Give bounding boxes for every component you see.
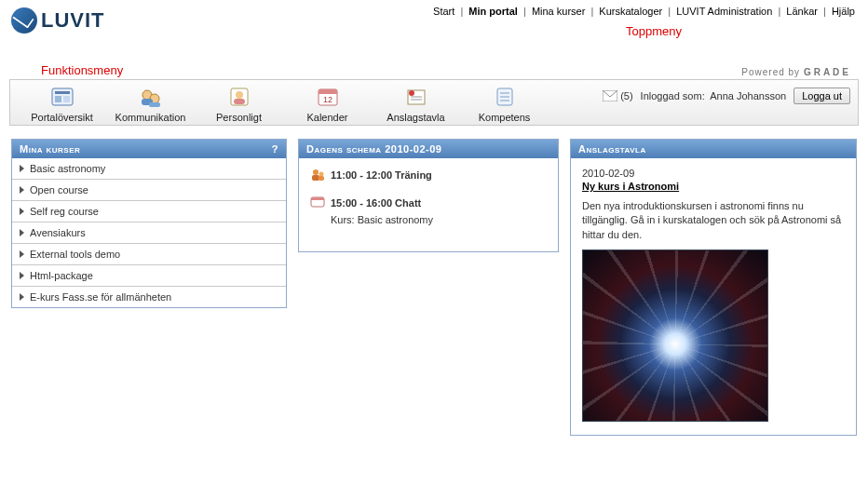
message-count: (5): [620, 90, 632, 101]
personal-icon: [226, 86, 252, 108]
func-communication[interactable]: Kommunikation: [106, 84, 195, 123]
nav-min-portal[interactable]: Min portal: [467, 6, 520, 17]
overview-icon: [49, 86, 75, 108]
logo[interactable]: LUVIT: [11, 7, 105, 34]
nav-kurskataloger[interactable]: Kurskataloger: [597, 6, 664, 17]
message-indicator[interactable]: (5): [603, 90, 632, 101]
func-board[interactable]: Anslagstavla: [372, 84, 460, 123]
bulletin-image: [582, 250, 768, 422]
func-competence[interactable]: Kompetens: [460, 84, 549, 123]
nav-start[interactable]: Start: [431, 6, 456, 17]
course-label: Avensiakurs: [30, 227, 86, 238]
logout-button[interactable]: Logga ut: [793, 88, 850, 104]
func-label: Portalöversikt: [31, 112, 93, 123]
course-label: Html-package: [30, 270, 93, 281]
chevron-right-icon: [20, 208, 24, 215]
svg-rect-1: [55, 91, 70, 94]
func-overview[interactable]: Portalöversikt: [18, 84, 106, 123]
nav-sep: |: [668, 6, 671, 17]
nav-sep: |: [523, 6, 526, 17]
course-item[interactable]: Avensiakurs: [12, 222, 286, 243]
course-item[interactable]: Html-package: [12, 264, 286, 286]
nav-lankar[interactable]: Länkar: [784, 6, 820, 17]
nav-sep: |: [823, 6, 826, 17]
course-item[interactable]: Basic astronomy: [12, 158, 286, 179]
func-label: Kommunikation: [115, 112, 186, 123]
course-label: Basic astronomy: [30, 163, 105, 174]
schedule-sub: Kurs: Basic astronomy: [331, 214, 547, 225]
svg-rect-7: [149, 102, 160, 107]
course-list: Basic astronomy Open course Self reg cou…: [12, 158, 286, 307]
svg-rect-10: [234, 99, 245, 104]
func-label: Personligt: [216, 112, 262, 123]
course-item[interactable]: Self reg course: [12, 200, 286, 222]
envelope-icon: [603, 90, 617, 101]
course-label: External tools demo: [30, 249, 120, 260]
chevron-right-icon: [20, 272, 24, 279]
svg-rect-24: [312, 175, 319, 181]
top-nav: Start | Min portal | Mina kurser | Kursk…: [431, 6, 857, 17]
func-label: Kompetens: [479, 112, 531, 123]
svg-point-25: [319, 172, 324, 177]
nav-mina-kurser[interactable]: Mina kurser: [530, 6, 587, 17]
bulletin-date: 2010-02-09: [582, 168, 845, 179]
nav-sep: |: [590, 6, 593, 17]
communication-icon: [138, 86, 164, 108]
calendar-icon: 12: [315, 86, 341, 108]
nav-sep: |: [460, 6, 463, 17]
powered-brand: GRADE: [804, 67, 851, 77]
bulletin-headline[interactable]: Ny kurs i Astronomi: [582, 181, 679, 192]
course-label: E-kurs Fass.se för allmänheten: [30, 291, 171, 303]
panel-bulletin: Anslagstavla 2010-02-09 Ny kurs i Astron…: [570, 139, 857, 436]
panel-my-courses: Mina kurser ? Basic astronomy Open cours…: [11, 139, 287, 308]
schedule-time: 15:00 - 16:00 Chatt: [331, 197, 421, 209]
panel-header: Mina kurser ?: [12, 140, 286, 158]
chevron-right-icon: [20, 250, 24, 258]
chevron-right-icon: [20, 229, 24, 236]
panel-title: Dagens schema 2010-02-09: [306, 143, 441, 155]
svg-rect-3: [63, 96, 70, 102]
func-calendar[interactable]: 12 Kalender: [283, 84, 372, 123]
nav-hjalp[interactable]: Hjälp: [830, 6, 857, 17]
nav-luvit-admin[interactable]: LUVIT Administration: [674, 6, 774, 17]
svg-rect-28: [311, 197, 324, 200]
course-item[interactable]: Open course: [12, 179, 286, 200]
bulletin-body: Den nya introduktionskursen i astronomi …: [582, 199, 845, 242]
svg-rect-2: [55, 96, 61, 102]
chat-icon: [310, 196, 325, 210]
login-status: Inloggad som: Anna Johansson: [641, 90, 787, 101]
svg-rect-12: [319, 89, 337, 94]
course-label: Self reg course: [30, 206, 99, 217]
schedule-item[interactable]: 15:00 - 16:00 Chatt Kurs: Basic astronom…: [310, 196, 547, 225]
func-label: Anslagstavla: [387, 112, 444, 123]
chevron-right-icon: [20, 186, 24, 194]
course-item[interactable]: External tools demo: [12, 243, 286, 264]
powered-prefix: Powered by: [741, 67, 804, 77]
course-label: Open course: [30, 184, 88, 196]
panel-header: Dagens schema 2010-02-09: [299, 140, 558, 158]
svg-point-9: [236, 91, 243, 99]
competence-icon: [492, 86, 518, 108]
login-user: Anna Johansson: [710, 90, 786, 101]
help-icon[interactable]: ?: [272, 143, 278, 155]
powered-by: Powered by GRADE: [741, 67, 851, 77]
login-prefix: Inloggad som:: [641, 90, 705, 101]
schedule-time: 11:00 - 12:00 Träning: [331, 169, 432, 181]
nav-sep: |: [778, 6, 780, 17]
panel-schedule: Dagens schema 2010-02-09 11:00 - 12:00 T…: [298, 139, 559, 252]
svg-point-23: [313, 169, 319, 175]
course-item[interactable]: E-kurs Fass.se för allmänheten: [12, 286, 286, 307]
panel-title: Mina kurser: [20, 143, 80, 155]
logo-icon: [11, 7, 37, 34]
logo-text: LUVIT: [41, 8, 105, 33]
func-personal[interactable]: Personligt: [195, 84, 283, 123]
schedule-item[interactable]: 11:00 - 12:00 Träning: [310, 168, 547, 182]
annotation-funcmenu: Funktionsmeny: [41, 63, 123, 77]
panel-title: Anslagstavla: [578, 143, 646, 155]
svg-rect-26: [319, 176, 324, 181]
board-icon: [403, 86, 429, 108]
function-toolbar: Portalöversikt Kommunikation Personligt …: [9, 79, 859, 126]
svg-point-15: [409, 90, 414, 96]
panel-header: Anslagstavla: [571, 140, 856, 158]
svg-text:12: 12: [322, 95, 332, 104]
